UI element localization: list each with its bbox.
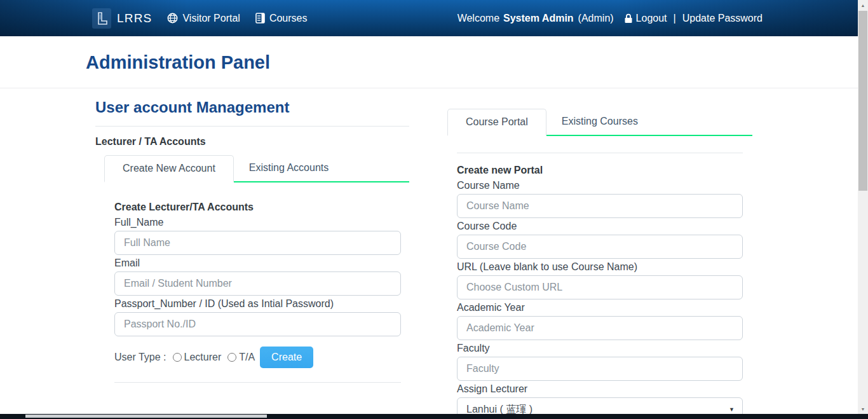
passport-input[interactable]: [114, 312, 401, 336]
user-role: (Admin): [578, 13, 614, 24]
vertical-scrollbar-thumb[interactable]: [858, 11, 867, 191]
lecturer-radio[interactable]: [173, 353, 182, 362]
course-name-label: Course Name: [457, 180, 743, 191]
user-type-row: User Type : Lecturer T/A Create: [114, 347, 401, 368]
divider: [457, 153, 743, 153]
ta-radio[interactable]: [227, 353, 236, 362]
top-navbar: LRRS Visitor Portal: [0, 0, 858, 36]
passport-field-group: Passport_Number / ID (Used as Intial Pas…: [114, 298, 401, 336]
email-label: Email: [114, 258, 401, 269]
chevron-down-icon: ▼: [729, 406, 735, 413]
fullname-label: Full_Name: [114, 217, 401, 228]
divider: [95, 126, 409, 127]
page-header: Administration Panel: [0, 36, 858, 88]
faculty-input[interactable]: [457, 357, 743, 381]
tab-course-portal[interactable]: Course Portal: [447, 109, 546, 136]
create-portal-heading: Create new Portal: [457, 165, 743, 176]
custom-url-label: URL (Leave blank to use Course Name): [457, 261, 743, 273]
course-code-field-group: Course Code: [457, 221, 743, 259]
tab-existing-accounts[interactable]: Existing Accounts: [234, 155, 344, 181]
lecturer-ta-subtitle: Lecturer / TA Accounts: [95, 136, 409, 148]
divider: [114, 382, 401, 383]
course-code-input[interactable]: [457, 235, 743, 259]
course-code-label: Course Code: [457, 221, 743, 232]
course-portal-section: Course Portal Existing Courses Create ne…: [447, 101, 752, 419]
ta-radio-label: T/A: [239, 352, 255, 363]
user-name: System Admin: [503, 13, 574, 24]
create-account-form: Create Lecturer/TA Accounts Full_Name Em…: [114, 202, 409, 383]
fullname-field-group: Full_Name: [114, 217, 401, 255]
brand-title: LRRS: [117, 11, 152, 25]
fullname-input[interactable]: [114, 231, 401, 255]
faculty-field-group: Faculty: [457, 343, 743, 381]
user-account-title: User account Management: [95, 99, 409, 116]
vertical-scrollbar[interactable]: ▲ ▼: [858, 0, 868, 414]
academic-year-input[interactable]: [457, 316, 743, 340]
custom-url-field-group: URL (Leave blank to use Course Name): [457, 261, 743, 299]
horizontal-scrollbar[interactable]: [0, 414, 868, 419]
brand-link[interactable]: LRRS: [92, 8, 152, 29]
welcome-text: Welcome: [458, 13, 499, 24]
nav-visitor-portal[interactable]: Visitor Portal: [167, 13, 240, 24]
course-name-input[interactable]: [457, 194, 743, 218]
nav-courses[interactable]: Courses: [255, 13, 308, 24]
assign-lecturer-label: Assign Lecturer: [457, 383, 743, 395]
academic-year-field-group: Academic Year: [457, 302, 743, 340]
create-account-button[interactable]: Create: [260, 347, 313, 368]
lock-icon: [624, 13, 633, 24]
email-field-group: Email: [114, 258, 401, 296]
scroll-down-arrow-icon[interactable]: ▼: [858, 404, 868, 414]
email-input[interactable]: [114, 271, 401, 296]
custom-url-input[interactable]: [457, 275, 743, 299]
lrrs-logo-icon: [92, 8, 111, 29]
scroll-up-arrow-icon[interactable]: ▲: [858, 0, 868, 10]
logout-link[interactable]: Logout: [624, 13, 667, 24]
create-account-heading: Create Lecturer/TA Accounts: [114, 202, 401, 213]
tab-create-new-account[interactable]: Create New Account: [104, 155, 234, 182]
tab-existing-courses[interactable]: Existing Courses: [546, 109, 653, 135]
course-tabs: Course Portal Existing Courses: [447, 109, 752, 136]
book-icon: [255, 13, 265, 24]
create-portal-form: Create new Portal Course Name Course Cod…: [457, 165, 743, 419]
course-name-field-group: Course Name: [457, 180, 743, 218]
page-title: Administration Panel: [86, 52, 858, 73]
lecturer-radio-label: Lecturer: [184, 352, 222, 363]
academic-year-label: Academic Year: [457, 302, 743, 313]
logout-label: Logout: [636, 13, 667, 24]
update-password-link[interactable]: Update Password: [682, 13, 763, 24]
faculty-label: Faculty: [457, 343, 743, 354]
horizontal-scrollbar-thumb[interactable]: [25, 415, 267, 418]
nav-visitor-portal-label: Visitor Portal: [182, 13, 240, 24]
passport-label: Passport_Number / ID (Used as Intial Pas…: [114, 298, 401, 310]
globe-icon: [167, 13, 178, 24]
nav-courses-label: Courses: [269, 13, 308, 24]
user-type-label: User Type :: [114, 352, 166, 363]
nav-separator: |: [674, 13, 676, 24]
user-account-section: User account Management Lecturer / TA Ac…: [95, 99, 409, 392]
account-tabs: Create New Account Existing Accounts: [104, 155, 409, 182]
